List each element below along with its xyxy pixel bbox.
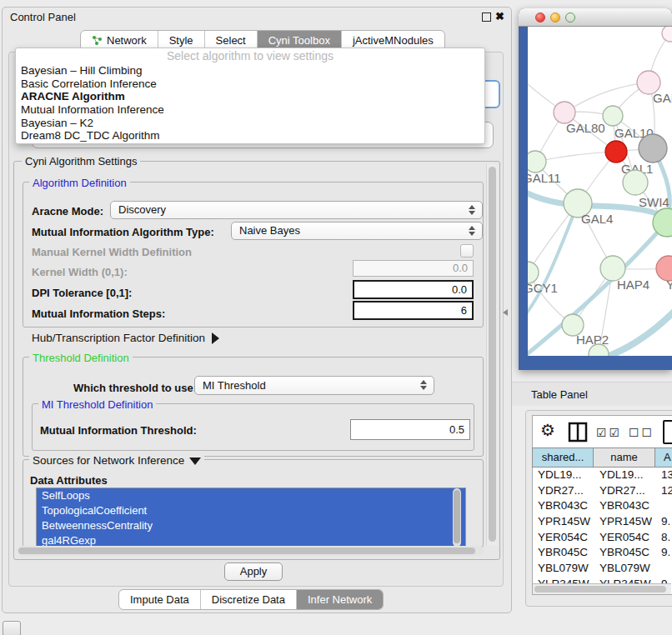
column-header-a[interactable]: A bbox=[655, 448, 672, 468]
combo-arrows-icon bbox=[420, 380, 428, 390]
network-node-gal1[interactable] bbox=[605, 141, 627, 162]
algorithm-dropdown-popup: Select algorithm to view settings Bayesi… bbox=[15, 48, 485, 144]
table-header-row: shared... name A bbox=[532, 448, 672, 468]
network-icon bbox=[92, 35, 103, 46]
table-row[interactable]: YBL079WYBL079W bbox=[532, 561, 672, 577]
tab-discretize-data[interactable]: Discretize Data bbox=[201, 590, 297, 609]
table-row[interactable]: YBR043CYBR043C bbox=[532, 498, 672, 514]
network-edge[interactable] bbox=[528, 203, 578, 323]
table-row[interactable]: YLR345WYLR345W9. bbox=[532, 577, 672, 583]
expand-right-icon bbox=[212, 332, 219, 344]
algorithm-option[interactable]: Dream8 DC_TDC Algorithm bbox=[16, 129, 484, 142]
split-columns-icon[interactable] bbox=[568, 422, 588, 442]
column-header-name[interactable]: name bbox=[594, 448, 655, 468]
list-item[interactable]: SelfLoops bbox=[37, 488, 465, 503]
settings-group-title: Cyni Algorithm Settings bbox=[22, 155, 140, 168]
which-threshold-combo[interactable]: MI Threshold bbox=[194, 376, 434, 395]
settings-vertical-scrollbar[interactable] bbox=[486, 164, 498, 546]
aracne-mode-combo[interactable]: Discovery bbox=[110, 201, 483, 219]
algorithm-dropdown-prompt: Select algorithm to view settings bbox=[16, 48, 484, 64]
mi-algorithm-type-label: Mutual Information Algorithm Type: bbox=[32, 226, 214, 238]
network-window-titlebar[interactable] bbox=[519, 8, 672, 27]
algorithm-option[interactable]: Basic Correlation Inference bbox=[16, 78, 484, 91]
network-node-label: GCY1 bbox=[528, 281, 558, 295]
network-node-swi4[interactable] bbox=[623, 170, 648, 195]
dpi-tolerance-input[interactable]: 0.0 bbox=[353, 280, 474, 299]
list-item[interactable]: TopologicalCoefficient bbox=[37, 503, 465, 518]
minimize-traffic-light-icon[interactable] bbox=[550, 12, 560, 22]
panel-collapse-arrow-icon[interactable] bbox=[503, 309, 508, 316]
data-attributes-label: Data Attributes bbox=[30, 474, 108, 487]
mi-steps-input[interactable]: 6 bbox=[353, 301, 474, 320]
sources-toggle[interactable]: Sources for Network Inference bbox=[29, 454, 204, 467]
column-header-shared-name[interactable]: shared... bbox=[532, 448, 594, 468]
export-table-icon[interactable] bbox=[663, 420, 672, 444]
list-vertical-scrollbar[interactable] bbox=[453, 488, 461, 547]
combo-arrows-icon bbox=[469, 226, 476, 236]
network-canvas[interactable]: GALGAL80GAL10GAL1GAL11SWI4GAL4GCY1HAP4YH… bbox=[528, 27, 672, 356]
network-node-label: GAL4 bbox=[581, 212, 613, 226]
grid-mode-icon[interactable] bbox=[3, 621, 21, 635]
kernel-width-label: Kernel Width (0,1): bbox=[32, 266, 128, 278]
table-row[interactable]: YBR045CYBR045C9. bbox=[532, 545, 672, 561]
mi-threshold-label: Mutual Information Threshold: bbox=[40, 424, 197, 437]
show-checked-columns-icon[interactable]: ☑☑ bbox=[596, 426, 622, 439]
mi-steps-label: Mutual Information Steps: bbox=[32, 308, 165, 320]
algorithm-option[interactable]: Mutual Information Inference bbox=[16, 103, 484, 117]
close-icon[interactable]: ✖ bbox=[495, 10, 504, 22]
table-panel-titlebar: Table Panel bbox=[512, 382, 672, 406]
network-node[interactable] bbox=[639, 134, 667, 162]
app-root: Control Panel ✖ Network Style Select Cyn… bbox=[0, 0, 672, 635]
network-node-label: HAP2 bbox=[576, 332, 609, 347]
mi-threshold-input[interactable]: 0.5 bbox=[350, 419, 470, 440]
network-node-label: HAP4 bbox=[617, 278, 649, 292]
manual-kernel-width-checkbox[interactable] bbox=[460, 244, 474, 258]
close-traffic-light-icon[interactable] bbox=[535, 12, 545, 22]
network-node-label: GAL11 bbox=[528, 171, 561, 185]
table-row[interactable]: YDL19...YDL19...13 bbox=[532, 468, 672, 483]
data-attributes-list[interactable]: SelfLoops TopologicalCoefficient Between… bbox=[36, 488, 466, 549]
tab-infer-network[interactable]: Infer Network bbox=[297, 590, 383, 609]
network-node-label: GAL bbox=[653, 91, 672, 105]
tab-impute-data[interactable]: Impute Data bbox=[119, 590, 201, 609]
network-node-gal10[interactable] bbox=[603, 106, 623, 126]
table-rows: YDL19...YDL19...13 YDR27...YDR27...12 YB… bbox=[532, 468, 672, 583]
table-panel-title: Table Panel bbox=[531, 388, 588, 401]
algorithm-option-selected[interactable]: ARACNE Algorithm bbox=[16, 90, 484, 103]
aracne-mode-label: Aracne Mode: bbox=[32, 205, 103, 218]
threshold-definition-title: Threshold Definition bbox=[29, 352, 133, 364]
network-node-label: Y bbox=[666, 278, 672, 292]
mi-algorithm-type-combo[interactable]: Naive Bayes bbox=[231, 222, 483, 240]
algorithm-option[interactable]: Bayesian – Hill Climbing bbox=[16, 64, 484, 78]
mi-threshold-definition-title: MI Threshold Definition bbox=[38, 398, 156, 411]
network-node[interactable] bbox=[662, 27, 672, 42]
cyni-bottom-tabs: Impute Data Discretize Data Infer Networ… bbox=[118, 589, 384, 610]
zoom-traffic-light-icon[interactable] bbox=[565, 12, 575, 22]
network-node-label: GAL80 bbox=[566, 121, 605, 135]
network-canvas-wrap: GALGAL80GAL10GAL1GAL11SWI4GAL4GCY1HAP4YH… bbox=[528, 27, 672, 356]
control-panel-title: Control Panel bbox=[10, 11, 76, 23]
settings-horizontal-scrollbar[interactable] bbox=[17, 546, 484, 556]
table-row[interactable]: YPR145WYPR145W9. bbox=[532, 514, 672, 530]
algorithm-option[interactable]: Bayesian – K2 bbox=[16, 117, 484, 130]
which-threshold-label: Which threshold to use: bbox=[73, 382, 197, 394]
network-edge[interactable] bbox=[535, 152, 616, 162]
network-node-gal11[interactable] bbox=[528, 151, 546, 172]
manual-kernel-width-label: Manual Kernel Width Definition bbox=[32, 246, 192, 258]
dpi-tolerance-label: DPI Tolerance [0,1]: bbox=[32, 287, 132, 299]
gear-icon[interactable]: ⚙ bbox=[540, 420, 555, 440]
float-window-icon[interactable] bbox=[482, 12, 491, 22]
hide-columns-icon[interactable]: ☐☐ bbox=[629, 426, 654, 439]
combo-arrows-icon bbox=[469, 205, 476, 215]
table-row[interactable]: YER054CYER054C8. bbox=[532, 530, 672, 546]
table-row[interactable]: YDR27...YDR27...12 bbox=[532, 483, 672, 499]
hub-definition-toggle[interactable]: Hub/Transcription Factor Definition bbox=[32, 332, 219, 344]
apply-button[interactable]: Apply bbox=[224, 562, 283, 581]
expand-down-icon bbox=[189, 458, 201, 465]
table-horizontal-scrollbar[interactable] bbox=[533, 583, 671, 594]
kernel-width-input[interactable]: 0.0 bbox=[353, 260, 474, 277]
list-item[interactable]: BetweennessCentrality bbox=[37, 518, 465, 533]
algorithm-definition-title: Algorithm Definition bbox=[29, 177, 130, 189]
network-node-label: SWI4 bbox=[639, 195, 669, 209]
